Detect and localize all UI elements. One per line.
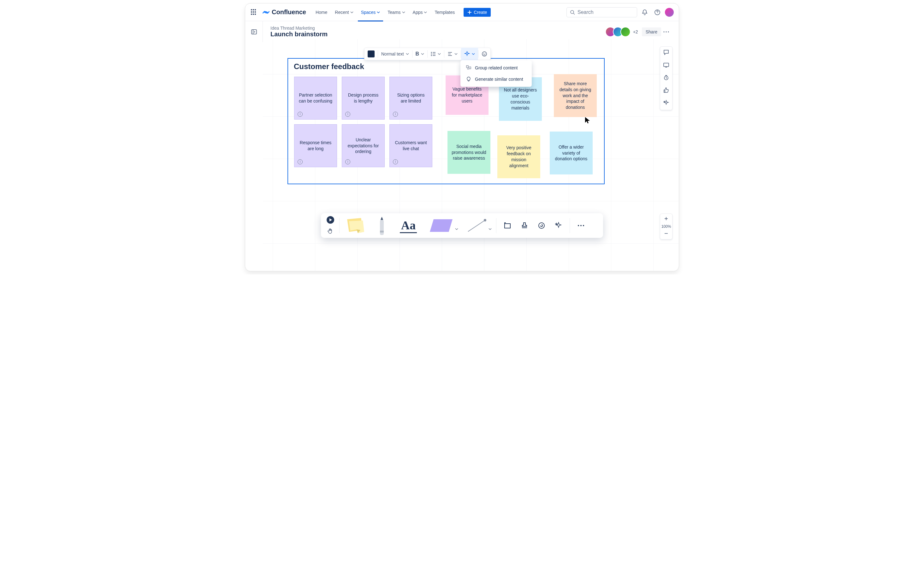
align-button[interactable] [444,48,461,60]
line-icon [466,218,488,234]
chevron-down-icon [455,227,458,231]
nav-recent[interactable]: Recent [332,7,356,17]
color-swatch [368,51,375,58]
stamp-icon [521,222,528,229]
chevron-down-icon [488,227,492,231]
nav-spaces[interactable]: Spaces [358,7,383,17]
dots-icon [663,31,669,33]
expand-sidebar-icon[interactable] [251,29,257,35]
info-icon[interactable]: i [345,112,350,117]
more-actions-button[interactable] [661,27,671,37]
svg-point-5 [668,31,669,32]
nav-teams[interactable]: Teams [384,7,408,17]
presence-overflow[interactable]: +2 [633,29,638,35]
format-dropdown[interactable]: Normal text [378,48,412,60]
sticky-note[interactable]: Design process is lengthyi [342,77,385,120]
ai-rail-button[interactable] [663,100,669,107]
pen-icon [375,216,389,236]
tool-dock: Aa [321,213,603,238]
sticky-note-tool[interactable] [343,214,368,237]
shape-tool[interactable] [422,214,460,237]
ai-tool[interactable] [551,214,566,237]
nav-apps[interactable]: Apps [409,7,431,17]
svg-rect-12 [467,66,468,68]
sticky-note[interactable]: Sizing options are limitedi [389,77,432,120]
confluence-logo[interactable]: Confluence [262,8,306,16]
section-title: Customer feedback [294,62,364,71]
comments-button[interactable] [663,49,669,57]
search-input[interactable]: Search [566,7,637,17]
emoji-button[interactable] [478,48,490,60]
zoom-out-button[interactable] [664,231,668,237]
create-button[interactable]: Create [464,8,491,17]
top-nav: Confluence Home Recent Spaces Teams Apps… [245,3,679,21]
sidebar-collapsed [245,21,263,42]
line-tool[interactable] [461,214,493,237]
sticky-note[interactable]: Response times are longi [294,124,337,167]
sticky-note[interactable]: Unclear expectations for orderingi [342,124,385,167]
chevron-down-icon [424,11,427,14]
timer-button[interactable] [663,74,669,82]
info-icon[interactable]: i [298,159,303,165]
nav-templates[interactable]: Templates [431,7,458,17]
chevron-down-icon [421,53,424,56]
color-picker[interactable] [365,48,378,60]
profile-avatar[interactable] [665,8,674,17]
ai-generate-content[interactable]: Generate similar content [460,74,532,85]
frame-icon [504,222,511,229]
share-button[interactable]: Share [642,28,661,36]
breadcrumb[interactable]: Idea Thread Marketing [271,26,328,31]
sticky-note[interactable]: Customers want live chati [389,124,432,167]
zoom-level[interactable]: 100% [662,224,671,229]
emoji-icon [482,51,487,57]
svg-rect-2 [251,30,257,34]
info-icon[interactable]: i [393,159,398,165]
text-tool[interactable]: Aa [396,214,421,237]
chevron-down-icon [438,53,441,56]
svg-rect-13 [469,67,471,69]
avatar[interactable] [620,27,630,37]
hand-icon [327,228,333,234]
more-tools[interactable] [573,214,589,237]
nav-home[interactable]: Home [312,7,330,17]
app-switcher-icon[interactable] [250,8,258,16]
reactions-button[interactable] [663,87,669,95]
chevron-down-icon [472,53,475,56]
svg-rect-14 [664,63,669,67]
lightbulb-icon [466,77,471,82]
present-button[interactable] [663,62,669,69]
info-icon[interactable]: i [345,159,350,165]
bold-button[interactable]: B [412,48,427,60]
hand-tool[interactable] [327,228,333,236]
list-button[interactable] [427,48,444,60]
presence-avatars[interactable] [608,27,630,37]
svg-point-8 [431,55,432,56]
pointer-tool[interactable] [326,216,335,225]
timer-icon [663,74,669,81]
confluence-icon [262,8,270,16]
sticky-note[interactable]: Offer a wider variety of donation option… [550,132,592,175]
help-button[interactable] [652,7,662,17]
bell-icon [642,9,648,15]
svg-point-3 [664,31,665,32]
thumbsup-icon [663,87,669,93]
ai-group-content[interactable]: Group related content [460,62,532,74]
info-icon[interactable]: i [298,112,303,117]
plus-icon [467,10,472,15]
minus-icon [664,231,668,236]
link-tool[interactable] [534,214,549,237]
frame-tool[interactable] [500,214,515,237]
info-icon[interactable]: i [393,112,398,117]
pen-tool[interactable] [369,214,394,237]
chevron-down-icon [350,11,353,14]
notifications-button[interactable] [640,7,650,17]
sticky-note[interactable]: Partner selection can be confusingi [294,77,337,120]
ai-button[interactable] [461,48,478,60]
zoom-in-button[interactable] [664,216,668,222]
sticky-note[interactable]: Share more details on giving work and th… [554,74,597,117]
svg-point-6 [431,52,432,53]
sticky-note[interactable]: Social media promotions would raise awar… [447,131,490,174]
stamp-tool[interactable] [516,214,532,237]
nav-items: Home Recent Spaces Teams Apps Templates [312,7,458,17]
sticky-note[interactable]: Very positive feedback on mission alignm… [497,135,540,178]
